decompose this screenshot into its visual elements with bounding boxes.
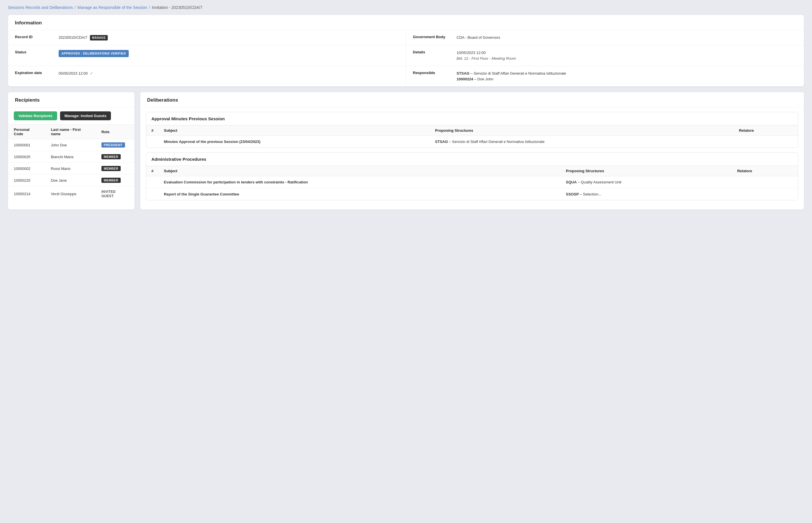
recipients-table: Personal Code Last name - First name Rol… [8, 125, 135, 201]
recipients-actions: Validate Recipients Manage: Invited Gues… [8, 107, 135, 125]
delib-num [146, 176, 159, 188]
deliberations-card: Deliberations Approval Minutes Previous … [140, 92, 804, 210]
status-label: Status [15, 50, 55, 54]
delib-col-header: Proposing Structures [561, 166, 732, 176]
recipient-code: 10000025 [8, 151, 45, 163]
status-badge: APPROVED - DELIBERATIONS VERIFIED [58, 50, 129, 57]
recipient-name: Doe Jane [45, 175, 96, 186]
delib-row: Report of the Single Guarantee Committee… [146, 188, 798, 200]
expiration-value: 05/05/2023 12:00 ✓ [58, 71, 93, 76]
recipient-name: John Doe [45, 139, 96, 151]
details-location: Bld. 12 - First Floor - Meeting Room [456, 56, 516, 60]
record-id-value: 20230510/CDA/7 MANAGE [58, 35, 108, 40]
delib-section-title: Administrative Procedures [146, 153, 798, 166]
two-col-layout: Recipients Validate Recipients Manage: I… [8, 92, 804, 210]
responsible-value: STSAG – Servizio di Staff Affari General… [456, 71, 566, 82]
recipient-code: 10000214 [8, 186, 45, 201]
details-label: Details [413, 50, 453, 54]
expiration-label: Expiration date [15, 71, 55, 75]
breadcrumb: Sessions Records and Deliberations / Man… [0, 0, 812, 15]
delib-subject: Minutes Approval of the previous Session… [159, 136, 430, 148]
delib-row: Evaluation Commission for participation … [146, 176, 798, 188]
check-icon: ✓ [90, 71, 93, 75]
record-id-label: Record ID [15, 35, 55, 39]
delib-row: Minutes Approval of the previous Session… [146, 136, 798, 148]
validate-recipients-button[interactable]: Validate Recipients [14, 111, 57, 120]
delib-col-header: # [146, 166, 159, 176]
government-body-label: Government Body [413, 35, 453, 39]
table-row: 10000002Rossi MarioMEMBER [8, 163, 135, 175]
recipient-code: 10000225 [8, 175, 45, 186]
responsible-label: Responsible [413, 71, 453, 75]
responsible-cell: Responsible STSAG – Servizio di Staff Af… [406, 66, 804, 86]
recipient-role: MEMBER [96, 163, 135, 175]
table-row: 10000025Bianchi MariaMEMBER [8, 151, 135, 163]
breadcrumb-manage[interactable]: Manage as Responsible of the Session [77, 5, 148, 10]
deliberations-title: Deliberations [140, 92, 804, 107]
recipient-name: Rossi Mario [45, 163, 96, 175]
delib-proposing: STSAG – Servizio di Staff Affari General… [430, 136, 734, 148]
recipient-role: MEMBER [96, 175, 135, 186]
recipient-role: INVITED GUEST [96, 186, 135, 201]
manage-badge: MANAGE [90, 35, 107, 40]
recipient-code: 10000001 [8, 139, 45, 151]
deliberation-section: Approval Minutes Previous Session#Subjec… [146, 112, 798, 148]
delib-col-header: Relatore [732, 166, 798, 176]
delib-section-title: Approval Minutes Previous Session [146, 112, 798, 125]
table-row: 10000214Verdi GiuseppeINVITED GUEST [8, 186, 135, 201]
recipient-role: PRESIDENT [96, 139, 135, 151]
recipients-card: Recipients Validate Recipients Manage: I… [8, 92, 135, 210]
main-content: Information Record ID 20230510/CDA/7 MAN… [0, 15, 812, 218]
col-last-first-name: Last name - First name [45, 125, 96, 139]
delib-col-header: # [146, 125, 159, 136]
table-row: 10000001John DoePRESIDENT [8, 139, 135, 151]
deliberation-section: Administrative Procedures#SubjectProposi… [146, 152, 798, 200]
delib-proposing: SQUA – Quality Assessment Unit [561, 176, 732, 188]
status-value: APPROVED - DELIBERATIONS VERIFIED [58, 50, 129, 57]
delib-subject: Report of the Single Guarantee Committee [159, 188, 560, 200]
breadcrumb-sep-2: / [149, 5, 150, 10]
breadcrumb-sessions[interactable]: Sessions Records and Deliberations [8, 5, 73, 10]
table-row: 10000225Doe JaneMEMBER [8, 175, 135, 186]
government-body-value: CDA - Board of Governors [456, 35, 500, 40]
delib-col-header: Relatore [734, 125, 798, 136]
expiration-cell: Expiration date 05/05/2023 12:00 ✓ [8, 66, 406, 86]
recipient-name: Verdi Giuseppe [45, 186, 96, 201]
recipient-role: MEMBER [96, 151, 135, 163]
government-body-cell: Government Body CDA - Board of Governors [406, 30, 804, 46]
breadcrumb-sep-1: / [75, 5, 76, 10]
information-card: Information Record ID 20230510/CDA/7 MAN… [8, 15, 804, 86]
delib-col-header: Subject [159, 166, 560, 176]
delib-table: #SubjectProposing StructuresRelatoreEval… [146, 166, 798, 200]
information-title: Information [8, 15, 804, 30]
delib-relatore [732, 188, 798, 200]
delib-relatore [732, 176, 798, 188]
delib-subject: Evaluation Commission for participation … [159, 176, 560, 188]
recipients-title: Recipients [8, 92, 135, 107]
recipient-code: 10000002 [8, 163, 45, 175]
delib-num [146, 188, 159, 200]
status-cell: Status APPROVED - DELIBERATIONS VERIFIED [8, 46, 406, 66]
delib-col-header: Subject [159, 125, 430, 136]
breadcrumb-current: Invitation - 20230510/CDA/7 [152, 5, 202, 10]
delib-relatore [734, 136, 798, 148]
delib-col-header: Proposing Structures [430, 125, 734, 136]
recipient-name: Bianchi Maria [45, 151, 96, 163]
details-cell: Details 10/05/2023 12:00 Bld. 12 - First… [406, 46, 804, 66]
info-grid: Record ID 20230510/CDA/7 MANAGE Governme… [8, 30, 804, 86]
col-personal-code: Personal Code [8, 125, 45, 139]
col-role: Role [96, 125, 135, 139]
delib-table: #SubjectProposing StructuresRelatoreMinu… [146, 125, 798, 147]
manage-invited-guests-button[interactable]: Manage: Invited Guests [60, 111, 111, 120]
record-id-cell: Record ID 20230510/CDA/7 MANAGE [8, 30, 406, 46]
delib-proposing: SSOSP – Selection... [561, 188, 732, 200]
details-value: 10/05/2023 12:00 Bld. 12 - First Floor -… [456, 50, 516, 61]
delib-num [146, 136, 159, 148]
